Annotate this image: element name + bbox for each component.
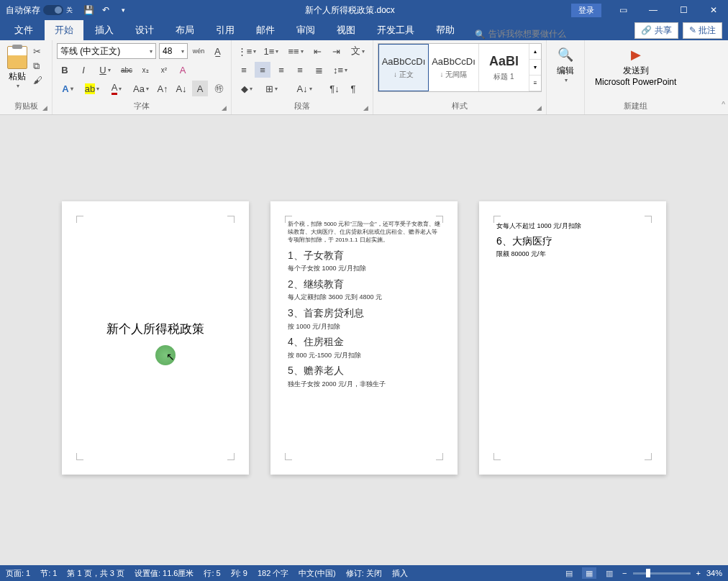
text-effects-button[interactable]: A▾ bbox=[57, 81, 78, 96]
tab-design[interactable]: 设计 bbox=[125, 20, 164, 40]
status-page-of[interactable]: 第 1 页，共 3 页 bbox=[67, 568, 124, 579]
grow-font-button[interactable]: A↑ bbox=[155, 81, 170, 96]
styles-gallery[interactable]: AaBbCcDı ↓ 正文 AaBbCcDı ↓ 无间隔 AaBl 标题 1 ▴… bbox=[378, 43, 542, 92]
align-center-button[interactable]: ≡ bbox=[255, 62, 270, 78]
page2-h5[interactable]: 5、赡养老人 bbox=[288, 364, 440, 378]
login-button[interactable]: 登录 bbox=[571, 4, 601, 17]
page2-h2[interactable]: 2、继续教育 bbox=[288, 278, 440, 292]
zoom-slider[interactable] bbox=[633, 572, 691, 575]
shading-button[interactable]: ◆▾ bbox=[236, 81, 258, 96]
page2-p5[interactable]: 独生子女按 2000 元/月，非独生子 bbox=[288, 380, 440, 389]
asian-layout-button[interactable]: 文▾ bbox=[347, 43, 368, 59]
status-track-changes[interactable]: 修订: 关闭 bbox=[346, 568, 382, 579]
numbering-button[interactable]: 1≡▾ bbox=[260, 43, 282, 59]
italic-button[interactable]: I bbox=[76, 62, 91, 78]
align-right-button[interactable]: ≡ bbox=[273, 62, 289, 78]
align-left-button[interactable]: ≡ bbox=[236, 62, 252, 78]
status-words[interactable]: 182 个字 bbox=[258, 568, 288, 579]
tab-help[interactable]: 帮助 bbox=[426, 20, 465, 40]
chevron-down-icon[interactable]: ▾ bbox=[565, 77, 568, 83]
page2-p4[interactable]: 按 800 元-1500 元/月扣除 bbox=[288, 351, 440, 360]
increase-indent-button[interactable]: ⇥ bbox=[328, 43, 344, 59]
status-page[interactable]: 页面: 1 bbox=[6, 568, 30, 579]
format-painter-icon[interactable]: 🖌 bbox=[33, 75, 45, 86]
styles-scroll-up[interactable]: ▴ bbox=[529, 44, 541, 60]
borders-button[interactable]: ⊞▾ bbox=[260, 81, 282, 96]
font-size-select[interactable]: 48▾ bbox=[159, 43, 188, 59]
close-icon[interactable]: ✕ bbox=[699, 0, 728, 20]
undo-icon[interactable]: ↶ bbox=[100, 4, 112, 16]
tab-references[interactable]: 引用 bbox=[206, 20, 245, 40]
char-shading-button[interactable]: A bbox=[192, 81, 208, 96]
view-print-icon[interactable]: ▦ bbox=[582, 567, 596, 579]
view-read-icon[interactable]: ▤ bbox=[562, 567, 576, 579]
tab-mail[interactable]: 邮件 bbox=[246, 20, 285, 40]
styles-scroll-down[interactable]: ▾ bbox=[529, 60, 541, 76]
page2-h3[interactable]: 3、首套房贷利息 bbox=[288, 306, 440, 321]
distribute-button[interactable]: ≣ bbox=[311, 62, 327, 78]
superscript-button[interactable]: x² bbox=[156, 62, 172, 78]
autosave-toggle[interactable]: 自动保存 关 bbox=[6, 4, 73, 17]
sort-button[interactable]: A↓▾ bbox=[294, 81, 315, 96]
line-spacing-button[interactable]: ↕≡▾ bbox=[329, 62, 351, 78]
minimize-icon[interactable]: — bbox=[639, 0, 668, 20]
bullets-button[interactable]: ⋮≡▾ bbox=[236, 43, 258, 59]
save-icon[interactable]: 💾 bbox=[83, 4, 94, 16]
font-color-button[interactable]: A▾ bbox=[106, 81, 127, 96]
style-normal[interactable]: AaBbCcDı ↓ 正文 bbox=[378, 44, 429, 91]
status-line[interactable]: 行: 5 bbox=[204, 568, 220, 579]
multilevel-button[interactable]: ≡≡▾ bbox=[285, 43, 306, 59]
zoom-level[interactable]: 34% bbox=[706, 569, 722, 577]
maximize-icon[interactable]: ☐ bbox=[669, 0, 698, 20]
page3-p1[interactable]: 限额 80000 元/年 bbox=[496, 250, 649, 259]
page2-p3[interactable]: 按 1000 元/月扣除 bbox=[288, 322, 440, 331]
page-1[interactable]: 新个人所得税政策 ↖ bbox=[62, 201, 249, 475]
document-canvas[interactable]: 新个人所得税政策 ↖ 新个税，扣除 5000 元和"三险一金"，还可享受子女教育… bbox=[0, 115, 728, 565]
page2-h4[interactable]: 4、住房租金 bbox=[288, 335, 440, 349]
paragraph-marks-button[interactable]: ¶ bbox=[345, 81, 361, 96]
collapse-ribbon-icon[interactable]: ^ bbox=[722, 101, 725, 109]
find-button[interactable]: 🔍 编辑 ▾ bbox=[551, 43, 580, 86]
page2-p2[interactable]: 每人定额扣除 3600 元到 4800 元 bbox=[288, 293, 440, 302]
tab-view[interactable]: 视图 bbox=[327, 20, 365, 40]
toggle-switch[interactable] bbox=[43, 5, 63, 15]
styles-launcher[interactable]: ◢ bbox=[537, 104, 542, 111]
ribbon-display-icon[interactable]: ▭ bbox=[609, 0, 637, 20]
cut-icon[interactable]: ✂ bbox=[33, 46, 45, 58]
paste-button[interactable]: 粘贴 ▾ bbox=[4, 43, 30, 92]
show-marks-button[interactable]: ¶↓ bbox=[327, 81, 342, 96]
page2-intro[interactable]: 新个税，扣除 5000 元和"三险一金"，还可享受子女教育、继续教育、大病医疗、… bbox=[288, 220, 440, 244]
bold-button[interactable]: B bbox=[57, 62, 73, 78]
char-border-button[interactable]: A̲ bbox=[209, 43, 225, 59]
status-insert-mode[interactable]: 插入 bbox=[392, 568, 408, 579]
tab-home[interactable]: 开始 bbox=[45, 20, 83, 40]
decrease-indent-button[interactable]: ⇤ bbox=[309, 43, 325, 59]
strikethrough-button[interactable]: abc bbox=[119, 62, 135, 78]
phonetic-guide-button[interactable]: wén bbox=[191, 43, 206, 59]
tell-me-search[interactable]: 🔍 告诉我你想要做什么 bbox=[475, 28, 566, 40]
enclose-char-button[interactable]: ㊕ bbox=[211, 81, 227, 96]
change-case-button[interactable]: Aa▾ bbox=[130, 81, 152, 96]
status-language[interactable]: 中文(中国) bbox=[299, 568, 335, 579]
page1-title[interactable]: 新个人所得税政策 bbox=[79, 321, 232, 337]
clear-format-button[interactable]: A bbox=[175, 62, 191, 78]
tab-dev[interactable]: 开发工具 bbox=[367, 20, 424, 40]
tab-file[interactable]: 文件 bbox=[4, 20, 43, 40]
justify-button[interactable]: ≡ bbox=[292, 62, 308, 78]
tab-review[interactable]: 审阅 bbox=[286, 20, 325, 40]
view-web-icon[interactable]: ▥ bbox=[602, 567, 616, 579]
share-button[interactable]: 🔗 共享 bbox=[634, 22, 678, 39]
send-to-powerpoint-button[interactable]: ▶ 发送到Microsoft PowerPoint bbox=[589, 43, 682, 90]
chevron-down-icon[interactable]: ▾ bbox=[17, 83, 19, 89]
tab-insert[interactable]: 插入 bbox=[85, 20, 124, 40]
status-column[interactable]: 列: 9 bbox=[231, 568, 247, 579]
highlight-button[interactable]: ab▾ bbox=[81, 81, 103, 96]
shrink-font-button[interactable]: A↓ bbox=[173, 81, 189, 96]
copy-icon[interactable]: ⧉ bbox=[33, 60, 45, 72]
page3-h1[interactable]: 6、大病医疗 bbox=[496, 235, 649, 248]
comments-button[interactable]: ✎ 批注 bbox=[683, 22, 722, 39]
zoom-out-button[interactable]: − bbox=[622, 569, 627, 577]
underline-button[interactable]: U▾ bbox=[94, 62, 116, 78]
zoom-in-button[interactable]: + bbox=[696, 569, 701, 577]
page2-h1[interactable]: 1、子女教育 bbox=[288, 249, 440, 263]
